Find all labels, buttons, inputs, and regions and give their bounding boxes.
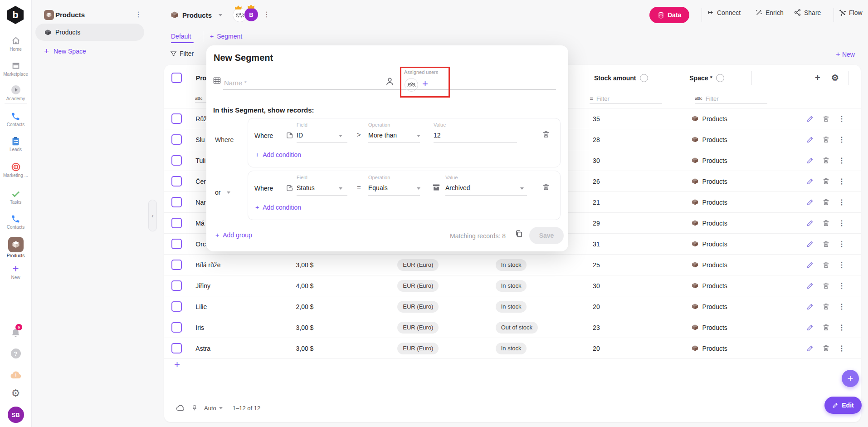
add-condition-button[interactable]: +Add condition (255, 151, 301, 158)
row-height-auto-select[interactable]: Auto (204, 405, 223, 412)
row-menu-icon[interactable]: ⋮ (838, 260, 845, 269)
stock-cell[interactable]: 28 (587, 129, 683, 150)
floating-add-button[interactable]: + (842, 370, 859, 387)
row-checkbox[interactable] (171, 343, 182, 353)
sidebar-item-contacts[interactable]: Contacts (0, 112, 31, 127)
edit-row-icon[interactable] (806, 177, 814, 185)
sync-status-button[interactable]: ! (0, 370, 31, 379)
delete-condition-icon[interactable] (542, 183, 550, 191)
product-name-cell[interactable]: Iris (189, 317, 289, 338)
currency-chip[interactable]: EUR (Euro) (397, 259, 439, 271)
edit-row-icon[interactable] (806, 115, 814, 123)
notifications-button[interactable]: 6 (0, 328, 31, 339)
delete-row-icon[interactable] (822, 219, 830, 227)
question-icon[interactable] (716, 74, 724, 82)
price-cell[interactable]: 3,00 $ (289, 338, 391, 358)
delete-row-icon[interactable] (822, 303, 830, 310)
currency-chip[interactable]: EUR (Euro) (397, 280, 439, 292)
row-menu-icon[interactable]: ⋮ (838, 198, 845, 206)
stock-cell[interactable]: 23 (587, 317, 683, 338)
space-filter-input[interactable]: aBc Filter (678, 91, 803, 108)
add-record-button[interactable]: + (174, 359, 180, 371)
new-space-button[interactable]: + New Space (44, 46, 86, 56)
delete-row-icon[interactable] (822, 240, 830, 248)
stock-cell[interactable]: 20 (587, 338, 683, 358)
tab-new-segment[interactable]: +Segment (210, 33, 242, 40)
operation-select[interactable]: More than (368, 132, 397, 139)
status-chip[interactable]: Out of stock (496, 322, 538, 334)
sidebar-item-home[interactable]: Home (0, 36, 31, 52)
price-cell[interactable]: 2,00 $ (289, 296, 391, 317)
product-name-cell[interactable]: Bílá růže (189, 255, 289, 275)
chevron-down-icon[interactable] (339, 187, 342, 190)
row-checkbox[interactable] (171, 155, 182, 166)
edit-row-icon[interactable] (806, 136, 814, 143)
value-select[interactable]: Archived (445, 184, 470, 191)
help-button[interactable]: ? (0, 348, 31, 358)
stock-cell[interactable]: 21 (587, 192, 683, 212)
currency-chip[interactable]: EUR (Euro) (397, 322, 439, 334)
space-cell[interactable]: Products (684, 171, 802, 191)
row-checkbox[interactable] (171, 176, 182, 187)
filter-button[interactable]: Filter (170, 50, 194, 57)
sidebar-item-products-space[interactable]: Products (35, 24, 144, 41)
delete-row-icon[interactable] (822, 198, 830, 206)
pin-icon[interactable] (191, 404, 198, 412)
delete-row-icon[interactable] (822, 115, 830, 123)
edit-row-icon[interactable] (806, 198, 814, 206)
select-all-checkbox[interactable] (171, 73, 182, 83)
add-condition-button[interactable]: +Add condition (255, 204, 301, 211)
add-column-icon[interactable]: + (815, 73, 820, 83)
edit-row-icon[interactable] (806, 157, 814, 164)
delete-row-icon[interactable] (822, 177, 830, 185)
currency-chip[interactable]: EUR (Euro) (397, 301, 439, 313)
row-menu-icon[interactable]: ⋮ (838, 219, 845, 227)
sidebar-item-products[interactable]: Products (0, 237, 31, 258)
edit-row-icon[interactable] (806, 303, 814, 310)
stock-cell[interactable]: 25 (587, 255, 683, 275)
collection-title[interactable]: Products (182, 11, 212, 19)
row-checkbox[interactable] (171, 239, 182, 249)
status-chip[interactable]: In stock (496, 259, 527, 271)
enrich-button[interactable]: Enrich (755, 9, 784, 16)
space-cell[interactable]: Products (684, 108, 802, 129)
data-button[interactable]: Data (649, 7, 689, 23)
sidebar-item-marketing[interactable]: Marketing ... (0, 162, 31, 178)
product-name-cell[interactable]: Jiřiny (189, 275, 289, 296)
price-cell[interactable]: 3,00 $ (289, 255, 391, 275)
edit-row-icon[interactable] (806, 261, 814, 269)
chevron-down-icon[interactable] (520, 187, 524, 190)
delete-condition-icon[interactable] (542, 130, 550, 138)
row-menu-icon[interactable]: ⋮ (838, 302, 845, 311)
status-chip[interactable]: In stock (496, 280, 527, 292)
row-menu-icon[interactable]: ⋮ (838, 177, 845, 186)
stock-cell[interactable]: 35 (587, 108, 683, 129)
header-stock-amount[interactable]: Stock amount (590, 65, 686, 91)
assigned-users-button[interactable] (405, 78, 418, 92)
status-chip[interactable]: In stock (496, 301, 527, 313)
row-menu-icon[interactable]: ⋮ (838, 156, 845, 165)
stock-cell[interactable]: 30 (587, 275, 683, 296)
sidebar-item-leads[interactable]: Leads (0, 137, 31, 152)
operation-select[interactable]: Equals (368, 184, 388, 191)
row-checkbox[interactable] (171, 322, 182, 333)
stock-cell[interactable]: 31 (587, 234, 683, 254)
edit-row-icon[interactable] (806, 324, 814, 331)
add-assigned-user-button[interactable]: + (422, 78, 428, 90)
currency-chip[interactable]: EUR (Euro) (397, 343, 439, 354)
settings-button[interactable]: ⚙ (0, 388, 31, 399)
delete-row-icon[interactable] (822, 157, 830, 164)
status-chip[interactable]: In stock (496, 343, 527, 354)
chevron-down-icon[interactable] (417, 135, 420, 137)
edit-button[interactable]: Edit (824, 397, 862, 414)
sidebar-item-contacts-2[interactable]: Contacts (0, 214, 31, 230)
price-cell[interactable]: 3,00 $ (289, 317, 391, 338)
product-name-cell[interactable]: Lilie (189, 296, 289, 317)
delete-row-icon[interactable] (822, 282, 830, 290)
space-cell[interactable]: Products (684, 275, 802, 296)
sidebar-item-new[interactable]: + New (0, 264, 31, 280)
price-cell[interactable]: 4,00 $ (289, 275, 391, 296)
share-button[interactable]: Share (794, 9, 821, 16)
new-record-button[interactable]: + New (836, 50, 855, 59)
space-cell[interactable]: Products (684, 338, 802, 358)
